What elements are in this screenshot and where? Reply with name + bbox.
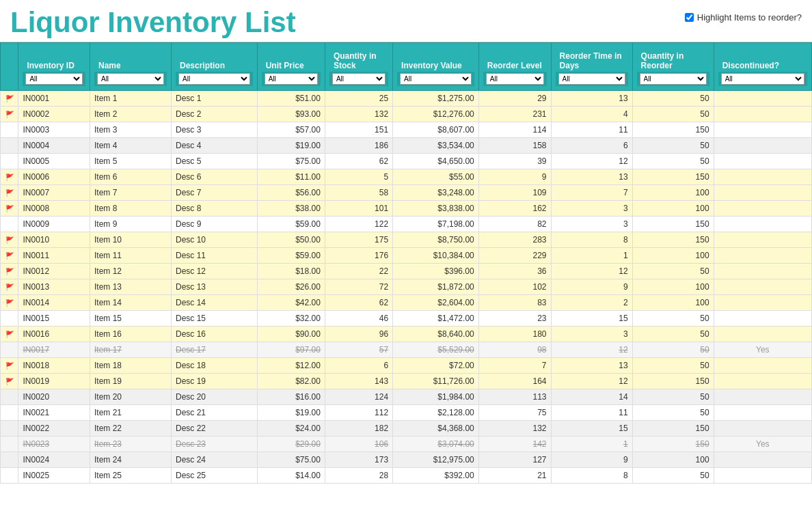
cell-reorder-days: 9 xyxy=(551,452,632,468)
table-row: IN0003Item 3Desc 3$57.00151$8,607.001141… xyxy=(1,122,812,138)
cell-reorder-days: 8 xyxy=(551,232,632,248)
cell-reorder-days: 9 xyxy=(551,279,632,295)
table-container: Inventory ID All Name All Description Al… xyxy=(0,42,812,484)
flag-cell: 🚩 xyxy=(1,327,18,342)
filter-qty-stock[interactable]: All xyxy=(332,73,385,85)
col-header-name: Name All xyxy=(90,43,171,91)
cell-name: Item 4 xyxy=(90,138,171,154)
flag-cell: 🚩 xyxy=(1,107,18,122)
cell-reorder-level: 283 xyxy=(478,232,551,248)
cell-price: $29.00 xyxy=(257,437,325,452)
cell-name: Item 19 xyxy=(90,374,171,389)
cell-name: Item 3 xyxy=(90,122,171,138)
cell-discontinued xyxy=(714,295,811,311)
filter-desc[interactable]: All xyxy=(178,73,250,85)
filter-price[interactable]: All xyxy=(265,73,318,85)
cell-name: Item 7 xyxy=(90,185,171,201)
cell-desc: Desc 10 xyxy=(172,232,258,248)
cell-qty-reorder: 100 xyxy=(632,279,714,295)
cell-discontinued xyxy=(714,138,811,154)
highlight-label[interactable]: Highlight Items to reorder? xyxy=(697,12,802,23)
cell-inv-val: $2,604.00 xyxy=(393,295,479,311)
cell-qty-reorder: 50 xyxy=(632,358,714,374)
cell-qty-reorder: 150 xyxy=(632,437,714,452)
filter-id[interactable]: All xyxy=(25,73,83,85)
cell-reorder-level: 36 xyxy=(478,264,551,279)
flag-cell xyxy=(1,405,18,421)
cell-qty-stock: 101 xyxy=(325,201,392,217)
cell-name: Item 6 xyxy=(90,169,171,185)
cell-desc: Desc 9 xyxy=(172,217,258,232)
cell-discontinued xyxy=(714,91,811,107)
reorder-flag-icon: 🚩 xyxy=(5,268,14,275)
filter-reorder-days[interactable]: All xyxy=(558,73,625,85)
cell-qty-reorder: 50 xyxy=(632,107,714,122)
cell-desc: Desc 8 xyxy=(172,201,258,217)
cell-inv-val: $4,650.00 xyxy=(393,154,479,169)
flag-cell xyxy=(1,389,18,405)
cell-qty-reorder: 150 xyxy=(632,374,714,389)
cell-inv-val: $2,128.00 xyxy=(393,405,479,421)
table-row: IN0024Item 24Desc 24$75.00173$12,975.001… xyxy=(1,452,812,468)
cell-qty-reorder: 50 xyxy=(632,154,714,169)
cell-reorder-days: 15 xyxy=(551,421,632,437)
highlight-checkbox[interactable] xyxy=(685,13,694,22)
cell-desc: Desc 14 xyxy=(172,295,258,311)
cell-qty-reorder: 50 xyxy=(632,91,714,107)
table-row: 🚩IN0012Item 12Desc 12$18.0022$396.003612… xyxy=(1,264,812,279)
cell-qty-reorder: 100 xyxy=(632,185,714,201)
cell-inv-val: $11,726.00 xyxy=(393,374,479,389)
filter-discontinued[interactable]: All xyxy=(721,73,804,85)
table-row: 🚩IN0008Item 8Desc 8$38.00101$3,838.00162… xyxy=(1,201,812,217)
flag-cell xyxy=(1,421,18,437)
col-header-flag xyxy=(1,43,18,91)
highlight-checkbox-area[interactable]: Highlight Items to reorder? xyxy=(685,7,802,23)
table-body: 🚩IN0001Item 1Desc 1$51.0025$1,275.002913… xyxy=(1,91,812,484)
cell-desc: Desc 2 xyxy=(172,107,258,122)
filter-qty-reorder[interactable]: All xyxy=(640,73,707,85)
filter-inv-val[interactable]: All xyxy=(400,73,472,85)
cell-qty-reorder: 50 xyxy=(632,405,714,421)
cell-inv-val: $3,838.00 xyxy=(393,201,479,217)
filter-reorder-level[interactable]: All xyxy=(486,73,544,85)
filter-name[interactable]: All xyxy=(97,73,164,85)
flag-cell: 🚩 xyxy=(1,201,18,217)
cell-name: Item 18 xyxy=(90,358,171,374)
col-label-desc: Description xyxy=(180,61,225,70)
cell-reorder-days: 1 xyxy=(551,248,632,264)
cell-desc: Desc 3 xyxy=(172,122,258,138)
cell-price: $12.00 xyxy=(257,358,325,374)
cell-discontinued: Yes xyxy=(714,437,811,452)
cell-discontinued xyxy=(714,169,811,185)
cell-name: Item 2 xyxy=(90,107,171,122)
cell-name: Item 9 xyxy=(90,217,171,232)
cell-inv-val: $1,472.00 xyxy=(393,311,479,327)
reorder-flag-icon: 🚩 xyxy=(5,331,14,338)
cell-reorder-level: 231 xyxy=(478,107,551,122)
reorder-flag-icon: 🚩 xyxy=(5,95,14,102)
col-header-inv-val: Inventory Value All xyxy=(393,43,479,91)
cell-qty-stock: 62 xyxy=(325,154,392,169)
reorder-flag-icon: 🚩 xyxy=(5,189,14,197)
cell-desc: Desc 18 xyxy=(172,358,258,374)
flag-cell xyxy=(1,342,18,358)
table-row: 🚩IN0011Item 11Desc 11$59.00176$10,384.00… xyxy=(1,248,812,264)
cell-id: IN0017 xyxy=(18,342,90,358)
cell-qty-stock: 22 xyxy=(325,264,392,279)
cell-name: Item 15 xyxy=(90,311,171,327)
cell-desc: Desc 13 xyxy=(172,279,258,295)
cell-inv-val: $10,384.00 xyxy=(393,248,479,264)
cell-reorder-level: 142 xyxy=(478,437,551,452)
col-label-id: Inventory ID xyxy=(27,61,74,70)
page-header: Liquor Inventory List Highlight Items to… xyxy=(0,0,812,42)
cell-name: Item 22 xyxy=(90,421,171,437)
col-header-qty-stock: Quantity in Stock All xyxy=(325,43,392,91)
cell-id: IN0006 xyxy=(18,169,90,185)
cell-qty-stock: 96 xyxy=(325,327,392,342)
flag-cell: 🚩 xyxy=(1,91,18,107)
cell-inv-val: $1,984.00 xyxy=(393,389,479,405)
cell-reorder-level: 229 xyxy=(478,248,551,264)
cell-id: IN0014 xyxy=(18,295,90,311)
cell-reorder-days: 7 xyxy=(551,185,632,201)
cell-id: IN0015 xyxy=(18,311,90,327)
